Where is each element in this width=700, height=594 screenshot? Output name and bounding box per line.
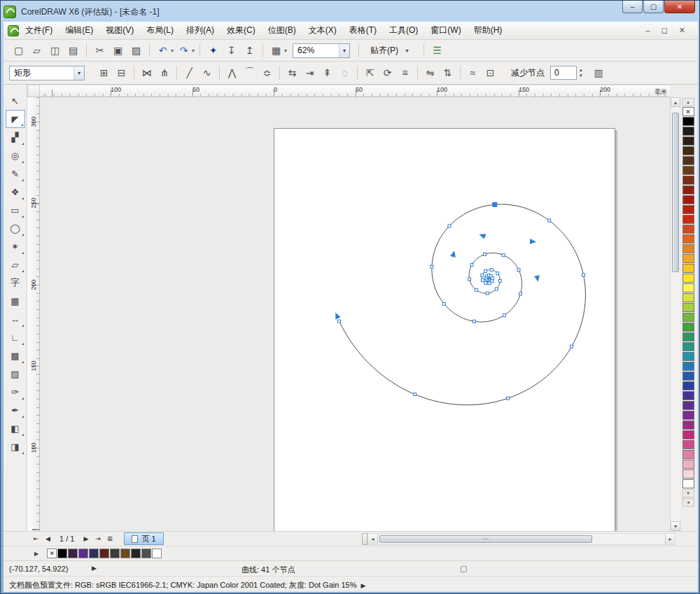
window-minimize-button[interactable]: – <box>622 1 643 13</box>
doc-palette-swatch[interactable] <box>57 549 67 558</box>
curve-node[interactable] <box>502 254 505 257</box>
canvas[interactable] <box>40 97 670 531</box>
freehand-tool[interactable]: ✎ <box>6 164 25 183</box>
palette-swatch[interactable] <box>682 362 694 371</box>
palette-swatch[interactable] <box>682 234 694 243</box>
doc-close-button[interactable]: ✕ <box>679 26 685 35</box>
palette-swatch[interactable] <box>682 146 694 155</box>
application-launcher-dropdown-icon[interactable]: ▾ <box>284 48 287 54</box>
doc-palette-swatch[interactable] <box>120 549 130 558</box>
undo-dropdown-icon[interactable]: ▾ <box>171 48 174 54</box>
preset-combo[interactable]: 矩形 ▾ <box>9 66 85 80</box>
palette-swatch[interactable] <box>682 215 694 224</box>
horizontal-scrollbar[interactable]: ◂ ⋯ ▸ <box>368 533 676 545</box>
curve-node[interactable] <box>486 292 489 295</box>
ruler-origin-button[interactable] <box>27 85 40 97</box>
curve-node[interactable] <box>414 393 416 396</box>
undo-icon[interactable]: ↶ <box>155 43 171 59</box>
scrollbar-splitter[interactable] <box>362 533 368 545</box>
palette-flyout-icon[interactable]: ◂ <box>682 498 694 507</box>
window-close-button[interactable]: ✕ <box>664 1 695 13</box>
palette-scroll-up-icon[interactable]: ▴ <box>682 98 694 106</box>
curve-node[interactable] <box>496 272 499 275</box>
break-curve-icon[interactable]: ⋔ <box>156 65 172 81</box>
menu-file[interactable]: 文件(F) <box>19 22 59 39</box>
connector-tool[interactable]: ∟ <box>6 328 25 346</box>
curve-node[interactable] <box>484 282 487 285</box>
palette-swatch[interactable] <box>682 303 694 312</box>
drop-shadow-tool[interactable]: ▩ <box>6 346 25 365</box>
palette-swatch[interactable] <box>682 185 694 195</box>
doc-palette-swatch[interactable] <box>68 549 78 558</box>
palette-swatch[interactable] <box>682 391 694 400</box>
palette-swatch[interactable] <box>682 450 694 459</box>
curve-node[interactable] <box>488 282 491 285</box>
previous-page-button[interactable]: ◀ <box>42 535 54 542</box>
text-tool[interactable]: 字 <box>6 274 25 292</box>
add-node-icon[interactable]: ⊞ <box>96 65 112 81</box>
zoom-tool[interactable]: ◎ <box>6 146 25 164</box>
fill-tool[interactable]: ◧ <box>6 419 25 437</box>
next-page-button[interactable]: ▶ <box>80 535 92 542</box>
curve-node[interactable] <box>443 302 446 305</box>
menu-effects[interactable]: 效果(C) <box>220 22 262 39</box>
spiral-curve[interactable] <box>340 204 586 405</box>
palette-swatch[interactable] <box>682 401 694 410</box>
curve-node[interactable] <box>570 345 573 348</box>
scroll-up-icon[interactable]: ▴ <box>671 97 680 107</box>
search-content-icon[interactable]: ✦ <box>205 43 221 59</box>
reduce-nodes-stepper[interactable]: ▴ ▾ <box>580 67 582 78</box>
page-tab[interactable]: 页 1 <box>124 532 163 545</box>
horizontal-scroll-thumb[interactable]: ⋯ <box>379 535 592 543</box>
curve-node[interactable] <box>582 274 585 276</box>
palette-swatch[interactable] <box>682 313 694 322</box>
palette-swatch[interactable] <box>682 469 694 479</box>
elastic-mode-icon[interactable]: ≈ <box>465 65 481 81</box>
palette-swatch[interactable] <box>682 381 694 390</box>
stretch-nodes-icon[interactable]: ⇱ <box>362 65 378 81</box>
palette-swatch[interactable] <box>682 274 694 283</box>
rotate-nodes-icon[interactable]: ⟳ <box>379 65 396 81</box>
curve-node[interactable] <box>519 292 522 295</box>
preset-combo-arrow-icon[interactable]: ▾ <box>74 66 84 80</box>
smart-fill-tool[interactable]: ❖ <box>6 183 25 201</box>
menu-edit[interactable]: 编辑(E) <box>59 22 99 39</box>
curve-node[interactable] <box>481 279 484 282</box>
palette-swatch[interactable] <box>682 264 694 273</box>
join-nodes-icon[interactable]: ⋈ <box>139 65 155 81</box>
doc-palette-swatch[interactable] <box>78 549 88 558</box>
doc-palette-swatch[interactable] <box>152 549 162 558</box>
doc-palette-swatch[interactable] <box>141 549 151 558</box>
cusp-node-icon[interactable]: ⋀ <box>224 65 240 81</box>
doc-palette-swatch-none[interactable]: ✕ <box>47 549 57 558</box>
palette-swatch[interactable] <box>682 352 694 361</box>
doc-minimize-button[interactable]: – <box>646 26 650 35</box>
open-icon[interactable]: ▱ <box>29 43 45 59</box>
reduce-nodes-input[interactable]: 0 <box>550 66 577 80</box>
curve-node[interactable] <box>470 263 473 266</box>
palette-swatch[interactable] <box>682 127 694 136</box>
curve-node[interactable] <box>548 219 551 222</box>
zoom-level-combo[interactable]: 62%▾ <box>293 43 350 58</box>
reverse-direction-icon[interactable]: ⇆ <box>284 65 300 81</box>
palette-swatch[interactable] <box>682 342 694 351</box>
palette-swatch-none[interactable]: ✕ <box>682 107 694 116</box>
delete-node-icon[interactable]: ⊟ <box>113 65 130 81</box>
last-page-button[interactable]: ⇥ <box>92 535 104 542</box>
close-curve-icon[interactable]: ◌ <box>337 65 353 81</box>
menu-help[interactable]: 帮助(H) <box>468 22 509 39</box>
reflect-horizontal-icon[interactable]: ⇋ <box>422 65 438 81</box>
polygon-tool[interactable]: ✶ <box>6 237 25 255</box>
vertical-scroll-thumb[interactable] <box>672 113 679 272</box>
stepper-down-icon[interactable]: ▾ <box>580 73 582 78</box>
curve-node-selected[interactable] <box>493 202 497 206</box>
curve-node[interactable] <box>495 288 498 290</box>
basic-shapes-tool[interactable]: ▱ <box>6 255 25 274</box>
ellipse-tool[interactable]: ◯ <box>6 219 25 237</box>
new-document-icon[interactable]: ▢ <box>10 43 27 59</box>
curve-node[interactable] <box>481 274 484 277</box>
convert-to-line-icon[interactable]: ╱ <box>181 65 197 81</box>
scroll-down-icon[interactable]: ▾ <box>671 521 680 531</box>
curve-node[interactable] <box>338 320 341 323</box>
palette-swatch[interactable] <box>682 372 694 381</box>
